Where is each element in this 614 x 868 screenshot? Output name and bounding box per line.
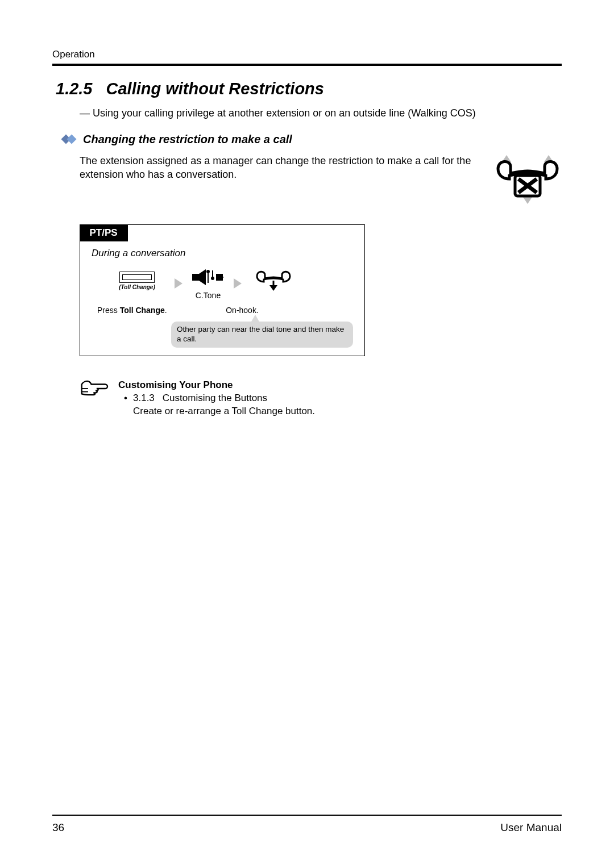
procedure-note: Other party can near the dial tone and t…	[171, 322, 353, 348]
procedure-steps: (Toll Change) C.Tone	[80, 259, 364, 300]
caption-bold: Toll Change	[120, 306, 165, 315]
ref-number: 3.1.3	[133, 392, 155, 405]
pointing-hand-icon	[80, 379, 111, 400]
section-title-text: Calling without Restrictions	[106, 80, 324, 98]
page-number: 36	[52, 821, 64, 834]
caption-onhook: On-hook.	[200, 306, 285, 315]
toll-change-button-label: (Toll Change)	[97, 284, 177, 290]
document-title: User Manual	[500, 821, 562, 834]
onhook-icon	[254, 268, 293, 291]
procedure-captions: Press Toll Change. On-hook.	[80, 300, 364, 315]
customising-bullet: 3.1.3Customising the Buttons	[118, 392, 315, 405]
arrow-icon	[234, 278, 242, 289]
step-toll-change: (Toll Change)	[97, 268, 177, 290]
svg-marker-7	[199, 269, 206, 285]
ctone-label: C.Tone	[177, 291, 239, 300]
customising-desc: Create or re-arrange a Toll Change butto…	[118, 405, 315, 418]
caption-pre: Press	[97, 306, 120, 315]
step-onhook	[239, 268, 308, 293]
caption-press-toll-change: Press Toll Change.	[97, 306, 200, 315]
procedure-tab: PT/PS	[80, 224, 128, 241]
section-heading: 1.2.5Calling without Restrictions	[56, 80, 562, 98]
ref-title: Customising the Buttons	[163, 393, 267, 403]
svg-marker-14	[269, 285, 277, 291]
subsection-body: The extension assigned as a manager can …	[80, 154, 493, 207]
customising-block: Customising Your Phone 3.1.3Customising …	[80, 379, 562, 418]
section-number: 1.2.5	[56, 80, 93, 98]
header-rule	[52, 64, 562, 66]
step-ctone: C.Tone	[177, 268, 239, 300]
arrow-icon	[175, 278, 182, 289]
svg-marker-2	[523, 197, 532, 204]
speaker-tone-icon	[191, 268, 225, 286]
subsection-body-row: The extension assigned as a manager can …	[80, 154, 562, 207]
subsection-title: Changing the restriction to make a call	[83, 133, 292, 146]
caption-post: .	[165, 306, 167, 315]
section-lead-line: — Using your calling privilege at anothe…	[80, 107, 562, 119]
diamond-icon	[63, 133, 78, 146]
customising-heading: Customising Your Phone	[118, 379, 315, 392]
page-footer: 36 User Manual	[52, 815, 562, 834]
procedure-box: PT/PS During a conversation (Toll Change…	[80, 224, 365, 356]
svg-rect-6	[192, 274, 199, 281]
page: Operation 1.2.5Calling without Restricti…	[0, 0, 614, 868]
subsection-header: Changing the restriction to make a call	[63, 133, 562, 146]
running-header: Operation	[52, 49, 562, 60]
phone-blocked-icon	[493, 154, 562, 207]
customising-body: Customising Your Phone 3.1.3Customising …	[118, 379, 315, 418]
toll-change-button-icon	[119, 272, 155, 283]
footer-rule	[52, 815, 562, 816]
